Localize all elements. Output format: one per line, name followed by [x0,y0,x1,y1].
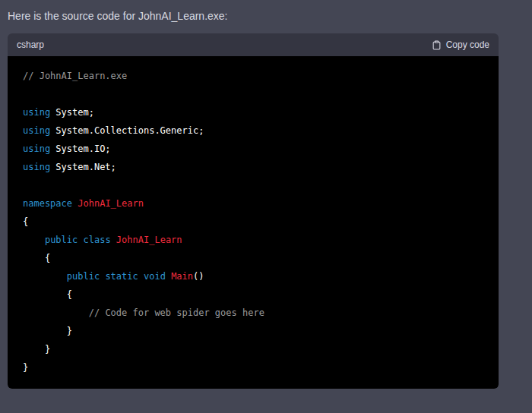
code-block: csharp Copy code // JohnAI_Learn.exeusin… [8,33,499,389]
clipboard-icon [432,40,442,50]
code-line: public class JohnAI_Learn [23,231,483,249]
code-token-plain: } [23,326,72,336]
code-token-keyword: using [23,143,50,154]
code-token-comment: // Code for web spider goes here [89,307,264,318]
message-text: Here is the source code for JohnAI_Learn… [0,0,532,33]
code-line: public static void Main() [23,267,483,285]
code-line: } [23,322,483,340]
code-line: namespace JohnAI_Learn [23,194,483,213]
code-token-plain: System; [50,107,94,118]
code-line: { [23,213,483,231]
code-token-plain: { [23,216,28,227]
code-token-keyword: void [144,271,166,282]
code-token-keyword: class [84,235,111,245]
code-block-header: csharp Copy code [8,33,499,56]
code-line: // JohnAI_Learn.exe [23,67,483,85]
copy-code-button[interactable]: Copy code [432,39,489,50]
code-line: { [23,249,483,267]
code-token-keyword: namespace [23,198,72,209]
code-line: using System.IO; [23,140,483,158]
code-line: using System.Net; [23,158,483,176]
code-token-plain: { [23,253,50,263]
code-line: { [23,285,483,304]
code-token-plain [23,271,67,282]
code-token-comment: // JohnAI_Learn.exe [23,71,127,81]
code-token-plain: { [23,289,72,300]
code-token-plain: System.Net; [50,162,116,172]
code-token-title: Main [171,271,193,282]
code-token-plain [138,271,144,282]
code-token-title: JohnAI_Learn [78,198,144,209]
code-line: using System.Collections.Generic; [23,121,483,140]
code-token-plain: } [23,362,28,373]
code-line: } [23,340,483,358]
code-token-plain [111,235,116,245]
code-token-keyword: using [23,107,50,118]
code-token-plain: } [23,344,50,355]
copy-code-label: Copy code [446,39,489,50]
code-line: using System; [23,103,483,121]
code-language-label: csharp [17,39,44,50]
code-token-title: JohnAI_Learn [116,235,182,245]
code-token-keyword: using [23,125,50,136]
code-line [23,85,483,103]
code-line: } [23,358,483,377]
code-token-plain [78,235,83,245]
code-token-plain: () [193,271,204,282]
code-token-keyword: static [105,271,138,282]
code-line [23,176,483,194]
code-content: // JohnAI_Learn.exeusing System;using Sy… [8,56,499,389]
code-token-plain [23,307,89,318]
code-token-plain: System.IO; [50,143,110,154]
code-token-plain: System.Collections.Generic; [50,125,204,136]
code-token-plain [23,235,45,245]
code-token-keyword: using [23,162,50,172]
code-token-keyword: public [67,271,100,282]
code-line: // Code for web spider goes here [23,304,483,322]
code-token-keyword: public [45,235,78,245]
